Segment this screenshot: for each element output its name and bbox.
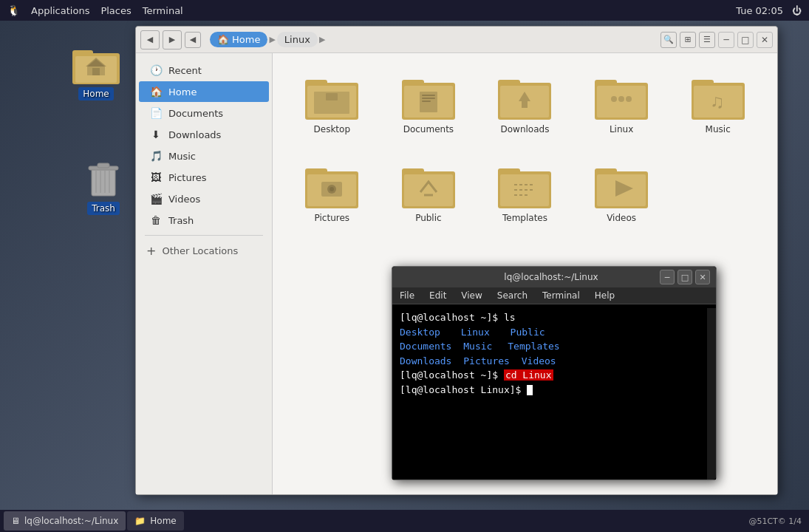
terminal-menu-edit[interactable]: Edit bbox=[422, 287, 454, 304]
places-menu[interactable]: Places bbox=[100, 5, 131, 16]
sidebar-item-downloads[interactable]: ⬇ Downloads bbox=[139, 124, 269, 145]
folder-downloads[interactable]: Downloads bbox=[480, 68, 570, 142]
sidebar-item-trash[interactable]: 🗑 Trash bbox=[139, 210, 269, 231]
folder-downloads-label: Downloads bbox=[501, 124, 550, 134]
terminal-window: lq@localhost:~/Linux ─ □ ✕ File Edit Vie… bbox=[392, 266, 717, 480]
terminal-maximize[interactable]: □ bbox=[677, 270, 692, 284]
terminal-scrollbar[interactable] bbox=[707, 308, 716, 480]
terminal-titlebar: lq@localhost:~/Linux ─ □ ✕ bbox=[392, 267, 716, 287]
titlebar-nav: ◀ ▶ ◀ 🏠 Home ▶ Linux ▶ bbox=[140, 30, 331, 50]
terminal-line-4: Downloads Pictures Videos bbox=[400, 354, 709, 369]
terminal-menu-file[interactable]: File bbox=[392, 287, 422, 304]
folder-music[interactable]: ♫ Music bbox=[673, 68, 762, 142]
terminal-menu-search[interactable]: Search bbox=[490, 287, 535, 304]
sidebar-item-home[interactable]: 🏠 Home bbox=[139, 81, 269, 102]
svg-rect-6 bbox=[92, 168, 115, 196]
home-breadcrumb-icon: 🏠 bbox=[217, 34, 229, 45]
breadcrumb-home-label: Home bbox=[232, 34, 260, 45]
terminal-col-linux: Linux bbox=[461, 327, 490, 338]
home-icon-label: Home bbox=[78, 87, 113, 100]
history-back-button[interactable]: ◀ bbox=[185, 32, 201, 48]
music-icon: 🎵 bbox=[149, 150, 163, 162]
svg-point-32 bbox=[611, 96, 617, 102]
folder-linux[interactable]: Linux bbox=[577, 68, 666, 142]
sidebar-home-label: Home bbox=[168, 86, 197, 98]
terminal-col-desktop: Desktop bbox=[400, 327, 440, 338]
forward-button[interactable]: ▶ bbox=[163, 30, 182, 50]
close-button[interactable]: ✕ bbox=[757, 32, 773, 48]
folder-music-label: Music bbox=[706, 124, 731, 134]
sidebar-divider bbox=[145, 235, 263, 236]
svg-rect-47 bbox=[404, 174, 453, 206]
terminal-col-music: Music bbox=[463, 341, 492, 352]
taskbar-terminal-icon: 🖥 bbox=[11, 516, 20, 526]
applications-menu[interactable]: Applications bbox=[31, 5, 89, 16]
desktop-home-icon[interactable]: Home bbox=[66, 44, 126, 100]
sidebar-item-videos[interactable]: 🎬 Videos bbox=[139, 188, 269, 209]
folder-videos[interactable]: Videos bbox=[577, 157, 666, 231]
search-button[interactable]: 🔍 bbox=[660, 32, 677, 48]
other-locations-icon: + bbox=[146, 244, 156, 258]
terminal-col-documents: Documents bbox=[400, 341, 451, 352]
terminal-menu[interactable]: Terminal bbox=[143, 5, 183, 16]
minimize-button[interactable]: ─ bbox=[718, 32, 734, 48]
taskbar-left: 🖥 lq@localhost:~/Linux 📁 Home bbox=[0, 511, 184, 531]
desktop-trash-icon[interactable]: Trash bbox=[74, 159, 133, 215]
terminal-col-pictures: Pictures bbox=[463, 355, 510, 366]
terminal-menu-help[interactable]: Help bbox=[587, 287, 622, 304]
taskbar-status: @51CT© 1/4 bbox=[748, 516, 802, 526]
breadcrumb-end-arrow: ▶ bbox=[319, 35, 325, 44]
terminal-line-3: Documents Music Templates bbox=[400, 339, 709, 354]
breadcrumb-linux[interactable]: Linux bbox=[277, 32, 318, 47]
svg-rect-5 bbox=[92, 68, 100, 75]
sidebar-item-documents[interactable]: 📄 Documents bbox=[139, 103, 269, 123]
taskbar-right: @51CT© 1/4 bbox=[748, 516, 809, 526]
svg-rect-24 bbox=[422, 100, 431, 102]
sidebar-other-locations[interactable]: + Other Locations bbox=[136, 240, 272, 262]
sidebar-downloads-label: Downloads bbox=[168, 129, 221, 140]
folder-pictures[interactable]: Pictures bbox=[287, 157, 377, 231]
taskbar: 🖥 lq@localhost:~/Linux 📁 Home @51CT© 1/4 bbox=[0, 510, 809, 532]
sidebar: 🕐 Recent 🏠 Home 📄 Documents ⬇ Downloads … bbox=[136, 53, 273, 494]
svg-rect-12 bbox=[98, 163, 109, 168]
folder-templates[interactable]: Templates bbox=[480, 157, 570, 231]
sidebar-item-music[interactable]: 🎵 Music bbox=[139, 146, 269, 166]
svg-point-34 bbox=[626, 96, 632, 102]
topbar-right: Tue 02:05 ⏻ bbox=[736, 5, 802, 16]
documents-icon: 📄 bbox=[149, 107, 163, 119]
terminal-col-downloads: Downloads bbox=[400, 355, 451, 366]
terminal-menu-view[interactable]: View bbox=[454, 287, 489, 304]
sidebar-trash-label: Trash bbox=[168, 215, 194, 226]
taskbar-terminal-item[interactable]: 🖥 lq@localhost:~/Linux bbox=[4, 511, 126, 531]
power-icon[interactable]: ⏻ bbox=[792, 5, 802, 16]
videos-icon: 🎬 bbox=[149, 193, 163, 205]
svg-rect-17 bbox=[326, 93, 338, 100]
titlebar-actions: 🔍 ⊞ ☰ ─ □ ✕ bbox=[660, 32, 773, 48]
pictures-icon: 🖼 bbox=[149, 171, 163, 183]
terminal-close[interactable]: ✕ bbox=[695, 270, 710, 284]
sidebar-item-pictures[interactable]: 🖼 Pictures bbox=[139, 167, 269, 188]
terminal-minimize[interactable]: ─ bbox=[660, 270, 675, 284]
maximize-button[interactable]: □ bbox=[737, 32, 754, 48]
terminal-menu-terminal[interactable]: Terminal bbox=[535, 287, 587, 304]
terminal-body[interactable]: [lq@localhost ~]$ ls Desktop Linux Publi… bbox=[392, 304, 716, 480]
terminal-line-5: [lq@localhost ~]$ cd Linux bbox=[400, 368, 709, 383]
sidebar-item-recent[interactable]: 🕐 Recent bbox=[139, 60, 269, 81]
topbar-icon: 🐧 bbox=[7, 4, 20, 16]
folder-public-label: Public bbox=[415, 213, 442, 223]
sidebar-music-label: Music bbox=[168, 151, 196, 162]
svg-rect-23 bbox=[422, 98, 435, 99]
recent-icon: 🕐 bbox=[149, 64, 163, 76]
breadcrumb-home[interactable]: 🏠 Home bbox=[210, 32, 267, 47]
folder-documents[interactable]: Documents bbox=[384, 68, 474, 142]
taskbar-home-item[interactable]: 📁 Home bbox=[127, 511, 183, 531]
folder-desktop[interactable]: Desktop bbox=[287, 68, 377, 142]
view-list-button[interactable]: ☰ bbox=[699, 32, 715, 48]
folder-public[interactable]: Public bbox=[384, 157, 474, 231]
view-grid-button[interactable]: ⊞ bbox=[680, 32, 696, 48]
terminal-col-videos: Videos bbox=[522, 355, 556, 366]
topbar-left: 🐧 Applications Places Terminal bbox=[7, 4, 183, 16]
folder-pictures-label: Pictures bbox=[315, 213, 350, 223]
trash-sidebar-icon: 🗑 bbox=[149, 214, 163, 226]
back-button[interactable]: ◀ bbox=[140, 30, 160, 50]
